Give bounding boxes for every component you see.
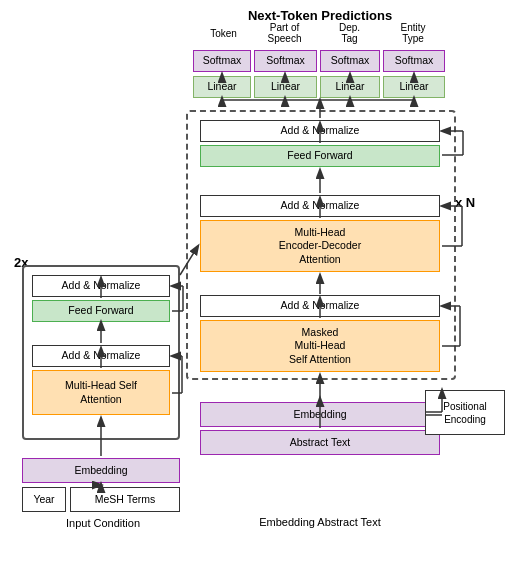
col-dep: Dep. Tag [322, 22, 377, 44]
col-pos: Part of Speech [252, 22, 317, 44]
encoder-add-normalize-bot: Add & Normalize [32, 345, 170, 367]
title: Next-Token Predictions [220, 8, 420, 23]
diagram: Next-Token Predictions Token Part of Spe… [0, 0, 520, 570]
linear-dep: Linear [320, 76, 380, 98]
decoder-feed-forward: Feed Forward [200, 145, 440, 167]
xn-label: x N [455, 195, 475, 210]
decoder-masked-multi-head: Masked Multi-Head Self Attention [200, 320, 440, 372]
decoder-multi-head-enc-dec: Multi-Head Encoder-Decoder Attention [200, 220, 440, 272]
col-token: Token [196, 28, 251, 39]
linear-token: Linear [193, 76, 251, 98]
encoder-multi-head-self: Multi-Head Self Attention [32, 370, 170, 415]
decoder-add-normalize-bot: Add & Normalize [200, 295, 440, 317]
softmax-pos: Softmax [254, 50, 317, 72]
encoder-feed-forward: Feed Forward [32, 300, 170, 322]
encoder-mesh-terms: MeSH Terms [70, 487, 180, 512]
decoder-embedding: Embedding [200, 402, 440, 427]
input-condition-label: Input Condition [28, 517, 178, 529]
linear-entity: Linear [383, 76, 445, 98]
col-entity: Entity Type [383, 22, 443, 44]
encoder-add-normalize-top: Add & Normalize [32, 275, 170, 297]
softmax-dep: Softmax [320, 50, 380, 72]
decoder-abstract-text: Abstract Text [200, 430, 440, 455]
positional-encoding: Positional Encoding [425, 390, 505, 435]
embedding-abstract-text-label: Embedding Abstract Text [200, 516, 440, 528]
linear-pos: Linear [254, 76, 317, 98]
softmax-token: Softmax [193, 50, 251, 72]
decoder-add-normalize-mid: Add & Normalize [200, 195, 440, 217]
decoder-add-normalize-top: Add & Normalize [200, 120, 440, 142]
softmax-entity: Softmax [383, 50, 445, 72]
encoder-year: Year [22, 487, 66, 512]
encoder-embedding: Embedding [22, 458, 180, 483]
